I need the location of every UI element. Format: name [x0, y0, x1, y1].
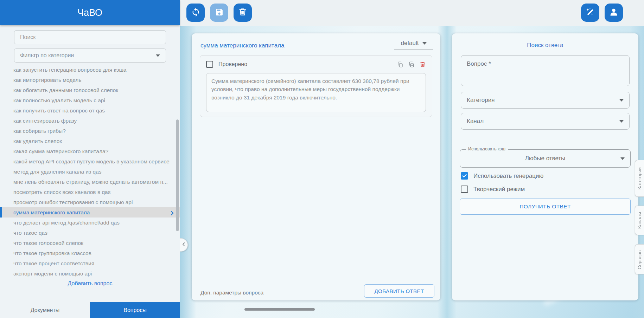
question-item-label: как обогатить данными голосовой слепок	[13, 87, 118, 93]
tab-documents[interactable]: Документы	[0, 302, 90, 318]
add-question-wrap: Добавить вопрос	[0, 280, 180, 287]
get-answer-button[interactable]: ПОЛУЧИТЬ ОТВЕТ	[460, 199, 631, 215]
verified-row: Проверено	[206, 60, 426, 69]
question-item-label: какая сумма материнского капитала?	[13, 148, 108, 154]
question-item-label: какой метод API создаст пустую модель в …	[13, 158, 170, 164]
tab-channels-label: Каналы	[637, 212, 642, 229]
generate-button[interactable]	[581, 4, 599, 22]
question-item[interactable]: что такое голосовой слепок	[0, 238, 180, 248]
verified-checkbox[interactable]	[206, 61, 213, 68]
tab-categories[interactable]: Категории	[635, 160, 644, 197]
answer-card: Проверено Сумма материнского (семейного)…	[200, 55, 432, 117]
version-select[interactable]: default	[394, 40, 433, 50]
creative-mode-checkbox[interactable]	[461, 186, 468, 193]
chevron-down-icon	[422, 42, 427, 45]
question-item-label: просмотр ошибок тестирования с помощью a…	[13, 199, 133, 205]
question-item[interactable]: мне лень обновлять страницу, можно сдела…	[0, 177, 180, 187]
account-button[interactable]	[605, 4, 623, 22]
question-item[interactable]: просмотр ошибок тестирования с помощью a…	[0, 197, 180, 207]
question-item-label: что такое qas	[13, 230, 47, 236]
category-select[interactable]: Категория	[461, 92, 630, 109]
question-item[interactable]: сумма материнского капитала	[0, 207, 180, 218]
question-item-label: как собирать грибы?	[13, 128, 66, 134]
horizontal-scrollbar[interactable]	[244, 308, 315, 311]
refresh-button[interactable]	[186, 4, 205, 22]
tab-servers[interactable]: Серверы	[635, 244, 644, 274]
question-item-label: что такое группировка классов	[13, 250, 91, 256]
question-item[interactable]: метод для удаления канала из qas	[0, 167, 180, 177]
user-icon	[609, 7, 619, 18]
category-select-label: Категория	[467, 97, 495, 104]
magic-wand-icon	[585, 7, 595, 18]
chevron-down-icon	[619, 99, 624, 102]
use-generation-row: Использовать генерацию	[461, 172, 543, 180]
question-item-label: что делает api метод /qas/channel/add qa…	[13, 220, 120, 226]
chevron-right-icon	[169, 209, 175, 218]
verified-label: Проверено	[218, 61, 247, 67]
copy-button[interactable]	[397, 61, 403, 68]
question-item-label: как получить ответ на вопрос от qas	[13, 108, 105, 113]
tab-categories-label: Категории	[637, 167, 642, 189]
sidebar-tabs: Документы Вопросы	[0, 302, 180, 318]
add-question-link[interactable]: Добавить вопрос	[68, 280, 113, 286]
question-item[interactable]: что такое процент соответствия	[0, 258, 180, 268]
cache-select[interactable]: Использовать кэш Любые ответы	[460, 149, 631, 168]
question-item[interactable]: что делает api метод /qas/channel/add qa…	[0, 218, 180, 228]
question-item[interactable]: как запустить генерацию вопросов для кэш…	[0, 65, 180, 75]
question-item[interactable]: какая сумма материнского капитала?	[0, 146, 180, 156]
category-filter-select[interactable]: Фильтр по категории	[14, 48, 166, 63]
search-input-wrap	[14, 30, 166, 44]
delete-button[interactable]	[234, 4, 252, 22]
answer-search-title: Поиск ответа	[452, 42, 638, 49]
use-generation-label: Использовать генерацию	[473, 173, 543, 180]
tab-channels[interactable]: Каналы	[635, 206, 644, 235]
question-item-label: как синтезировать фразу	[13, 118, 77, 124]
answer-text-field[interactable]: Сумма материнского (семейного) капитала …	[206, 73, 426, 112]
copy-all-button[interactable]	[408, 61, 415, 68]
use-generation-checkbox[interactable]	[461, 172, 468, 180]
chevron-down-icon	[156, 54, 160, 57]
chevron-down-icon	[620, 157, 625, 160]
question-item[interactable]: посмотреть список всех каналов в qas	[0, 187, 180, 197]
extra-params-link[interactable]: Доп. параметры вопроса	[200, 290, 263, 296]
list-scrollbar[interactable]	[176, 119, 179, 231]
question-item[interactable]: как синтезировать фразу	[0, 116, 180, 126]
question-list: как запустить генерацию вопросов для кэш…	[0, 65, 180, 279]
refresh-icon	[191, 7, 200, 18]
question-item[interactable]: как обогатить данными голосовой слепок	[0, 85, 180, 95]
chevron-down-icon	[619, 120, 624, 123]
cache-select-value: Любые ответы	[460, 150, 630, 167]
question-item[interactable]: что такое группировка классов	[0, 248, 180, 258]
question-item-label: экспорт модели с помощью api	[13, 271, 92, 277]
question-item-label: что такое голосовой слепок	[13, 240, 83, 246]
question-item[interactable]: как полностью удалить модель с api	[0, 95, 180, 105]
question-item-label: как запустить генерацию вопросов для кэш…	[13, 67, 126, 73]
delete-answer-button[interactable]	[419, 61, 426, 68]
creative-mode-label: Творческий режим	[473, 186, 525, 193]
question-item-label: что такое процент соответствия	[13, 260, 94, 266]
question-item-label: посмотреть список всех каналов в qas	[13, 189, 110, 195]
question-item[interactable]: экспорт модели с помощью api	[0, 268, 180, 279]
add-answer-button[interactable]: ДОБАВИТЬ ОТВЕТ	[364, 284, 434, 298]
question-item[interactable]: как импортировать модель	[0, 75, 180, 85]
question-item-label: мне лень обновлять страницу, можно сдела…	[13, 179, 168, 185]
question-item-label: метод для удаления канала из qas	[13, 169, 102, 175]
answer-search-panel: Поиск ответа Вопрос * Категория Канал Ис…	[452, 33, 638, 300]
question-item-label: как импортировать модель	[13, 77, 81, 83]
question-item[interactable]: как получить ответ на вопрос от qas	[0, 105, 180, 116]
question-item[interactable]: что такое qas	[0, 228, 180, 238]
channel-select[interactable]: Канал	[461, 113, 630, 130]
question-textarea[interactable]: Вопрос *	[461, 55, 630, 86]
question-item[interactable]: как собирать грибы?	[0, 126, 180, 136]
save-button[interactable]	[210, 4, 228, 22]
question-textarea-label: Вопрос *	[467, 60, 491, 67]
version-select-value: default	[401, 40, 419, 47]
chevron-left-icon	[181, 242, 186, 248]
search-input[interactable]	[20, 34, 160, 40]
tab-questions[interactable]: Вопросы	[90, 302, 180, 318]
question-item[interactable]: как удалить слепок	[0, 136, 180, 146]
question-item-label: как удалить слепок	[13, 138, 62, 144]
channel-select-label: Канал	[467, 118, 484, 125]
tab-servers-label: Серверы	[637, 249, 642, 270]
question-item[interactable]: какой метод API создаст пустую модель в …	[0, 156, 180, 167]
